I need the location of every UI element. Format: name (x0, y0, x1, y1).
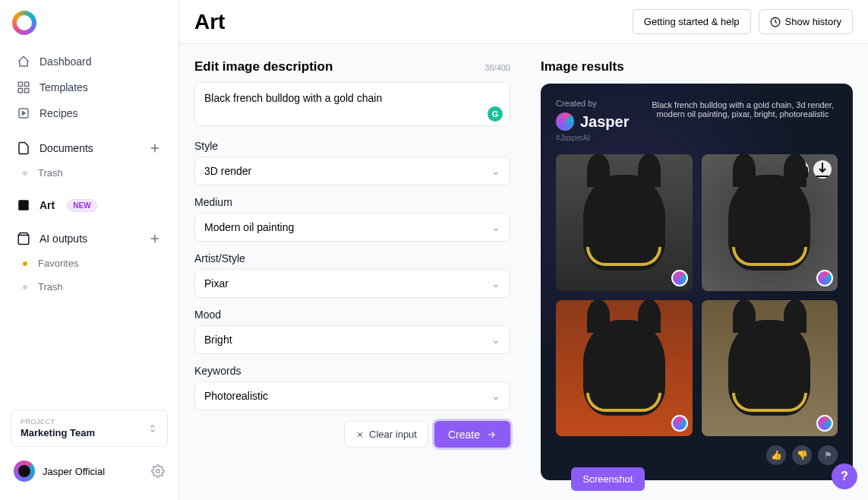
download-icon[interactable] (813, 160, 832, 179)
nav-label: Dashboard (39, 55, 92, 68)
new-badge: NEW (67, 199, 96, 212)
image-icon (17, 198, 30, 212)
home-icon (17, 55, 30, 68)
nav-label: Recipes (39, 107, 78, 119)
result-card: Created by Jasper #JasperAI Black french… (541, 84, 853, 480)
grammarly-icon[interactable]: G (488, 106, 503, 122)
generated-image[interactable] (556, 154, 693, 291)
gear-icon[interactable] (151, 464, 165, 478)
svg-rect-0 (18, 82, 22, 86)
app-logo[interactable] (12, 11, 36, 35)
nav-documents[interactable]: Documents (9, 135, 169, 161)
creator-avatar (556, 112, 574, 131)
user-avatar[interactable] (14, 460, 35, 482)
medium-select[interactable]: Modern oil painting ⌄ (194, 213, 510, 242)
select-value: 3D render (204, 165, 251, 177)
main: Art Getting started & help Show history … (179, 0, 868, 500)
nav-templates[interactable]: Templates (9, 74, 169, 100)
nav-label: Templates (39, 81, 88, 93)
chevron-down-icon: ⌄ (491, 390, 500, 402)
results-panel: Image results Created by Jasper #JasperA… (526, 44, 868, 500)
keywords-select[interactable]: Photorealistic ⌄ (194, 381, 510, 410)
artist-label: Artist/Style (194, 252, 510, 264)
close-icon (355, 430, 365, 439)
nav-label: Favorites (38, 258, 78, 269)
chevron-down-icon: ⌄ (491, 277, 500, 290)
svg-rect-1 (25, 82, 29, 86)
watermark-icon (816, 270, 833, 286)
play-icon (17, 106, 30, 120)
chevron-down-icon: ⌄ (491, 334, 500, 346)
nav-dashboard[interactable]: Dashboard (9, 49, 169, 74)
nav-label: Documents (39, 142, 93, 154)
style-select[interactable]: 3D render ⌄ (194, 157, 510, 185)
header: Art Getting started & help Show history (179, 0, 868, 44)
help-fab[interactable]: ? (832, 464, 857, 489)
generated-image[interactable] (556, 300, 693, 437)
nav-art[interactable]: Art NEW (9, 192, 169, 218)
results-title: Image results (541, 59, 853, 74)
flag-button[interactable]: ⚑ (818, 445, 838, 465)
plus-icon[interactable] (148, 141, 162, 155)
bag-icon (17, 232, 30, 245)
nav-recipes[interactable]: Recipes (9, 100, 169, 126)
nav-documents-trash[interactable]: Trash (9, 161, 169, 185)
select-value: Modern oil painting (204, 221, 294, 233)
artist-select[interactable]: Pixar ⌄ (194, 269, 510, 298)
nav-label: Trash (38, 167, 63, 179)
thumbs-down-button[interactable]: 👎 (792, 445, 812, 465)
select-value: Pixar (204, 277, 229, 290)
screenshot-button[interactable]: Screenshot (571, 467, 645, 491)
dot-icon (23, 285, 27, 290)
svg-rect-2 (18, 89, 22, 93)
svg-rect-3 (25, 89, 29, 93)
watermark-icon (671, 415, 688, 432)
thumbs-up-button[interactable]: 👍 (766, 445, 786, 465)
clock-icon (770, 17, 781, 27)
creator-name: Jasper (580, 113, 630, 131)
nav-ai-outputs[interactable]: AI outputs (9, 226, 169, 252)
svg-point-6 (156, 470, 160, 473)
nav-outputs-trash[interactable]: Trash (9, 275, 169, 299)
arrow-right-icon (486, 429, 497, 440)
plus-icon[interactable] (148, 232, 162, 245)
chevron-down-icon: ⌄ (491, 221, 500, 233)
page-title: Art (194, 10, 225, 34)
help-button[interactable]: Getting started & help (633, 9, 751, 34)
chevron-down-icon: ⌄ (491, 165, 500, 177)
generated-image[interactable] (702, 300, 838, 437)
keywords-label: Keywords (194, 365, 510, 377)
style-label: Style (194, 140, 510, 152)
form-title: Edit image description (194, 59, 333, 74)
prompt-summary: Black french bulldog with a gold chain, … (648, 100, 838, 119)
nav-favorites[interactable]: Favorites (9, 252, 169, 275)
hashtag: #JasperAI (556, 134, 838, 142)
user-name: Jasper Official (43, 466, 144, 477)
clear-button[interactable]: Clear input (344, 421, 428, 448)
char-count: 38/400 (485, 63, 510, 72)
project-label: PROJECT (21, 418, 95, 426)
document-icon (17, 141, 30, 155)
grid-icon (17, 81, 30, 94)
project-name: Marketing Team (21, 427, 95, 438)
svg-rect-5 (18, 200, 29, 210)
select-value: Bright (204, 334, 232, 346)
history-button[interactable]: Show history (759, 9, 853, 34)
nav-label: Art (39, 199, 55, 211)
mood-select[interactable]: Bright ⌄ (194, 325, 510, 354)
watermark-icon (816, 415, 833, 432)
user-row: Jasper Official (9, 453, 169, 489)
generated-image[interactable] (702, 154, 838, 291)
form-panel: Edit image description 38/400 G Style 3D… (179, 44, 526, 500)
selector-icon (147, 423, 158, 434)
select-value: Photorealistic (204, 390, 268, 402)
nav-label: AI outputs (39, 233, 87, 245)
prompt-input[interactable] (194, 82, 510, 126)
sidebar: Dashboard Templates Recipes Documents Tr… (0, 0, 179, 500)
create-button[interactable]: Create (434, 421, 510, 448)
watermark-icon (671, 270, 688, 286)
project-selector[interactable]: PROJECT Marketing Team (11, 410, 168, 447)
mood-label: Mood (194, 309, 510, 321)
dot-icon (23, 261, 27, 266)
medium-label: Medium (194, 196, 510, 208)
